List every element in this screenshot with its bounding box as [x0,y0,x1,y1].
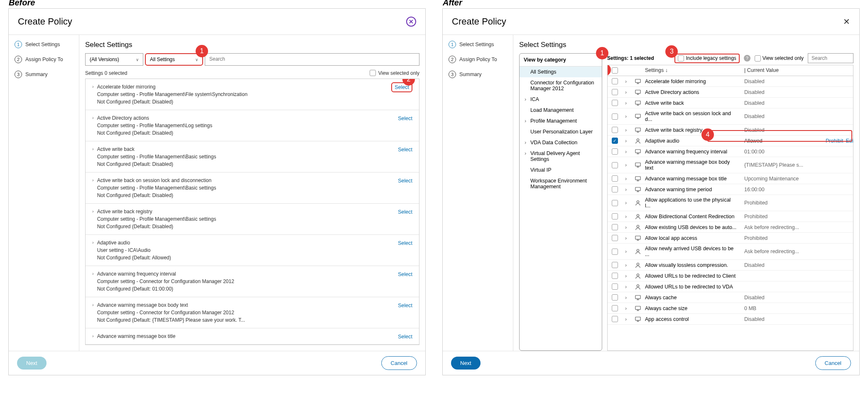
chevron-right-icon[interactable]: › [622,222,632,232]
table-row[interactable]: ›Always cache size0 MB [608,303,853,314]
category-item[interactable]: Workspace Environment Management [520,175,602,192]
close-icon[interactable]: ✕ [406,17,416,27]
table-row[interactable]: ›Advance warning frequency interval01:00… [608,146,853,157]
next-button[interactable]: Next [451,357,481,370]
chevron-right-icon[interactable]: › [622,98,632,108]
row-checkbox[interactable] [612,235,618,241]
cancel-button[interactable]: Cancel [381,356,417,370]
view-selected-only-toggle[interactable]: View selected only [370,70,419,76]
table-row[interactable]: ›Active write backDisabled [608,98,853,108]
search-input[interactable] [808,53,853,63]
chevron-right-icon[interactable]: › [622,111,632,121]
chevron-right-icon[interactable]: › [622,212,632,222]
step-assign[interactable]: 2Assign Policy To [15,56,73,63]
table-row[interactable]: ›Active write back registryDisabled [608,125,853,136]
table-row[interactable]: ›Allow applications to use the physical … [608,195,853,211]
select-button[interactable]: Select [398,271,412,277]
table-row[interactable]: ›Accelerate folder mirroringDisabled [608,76,853,87]
select-button[interactable]: Select [398,147,412,153]
table-row[interactable]: ›Allow local app accessProhibited [608,233,853,244]
step-summary[interactable]: 3Summary [15,71,73,78]
chevron-right-icon[interactable]: › [622,76,632,86]
select-button[interactable]: Select [398,303,412,308]
help-icon[interactable]: ? [744,55,750,62]
category-item[interactable]: Virtual Delivery Agent Settings [520,148,602,165]
row-checkbox[interactable] [612,200,618,206]
table-row[interactable]: ›Advance warning time period16:00:00 [608,184,853,195]
chevron-right-icon[interactable]: › [622,246,632,256]
table-row[interactable]: ›Allow visually lossless compression.Dis… [608,260,853,271]
row-checkbox[interactable] [612,162,618,168]
table-row[interactable]: ›Allowed URLs to be redirected to Client [608,271,853,281]
select-button[interactable]: Select [398,240,412,246]
table-row[interactable]: ›Advance warning message box titleUpcomi… [608,173,853,184]
chevron-right-icon[interactable]: › [622,185,632,195]
category-item[interactable]: ICA [520,94,602,105]
search-input[interactable] [205,53,419,66]
chevron-right-icon[interactable]: › [92,302,94,307]
chevron-right-icon[interactable]: › [622,314,632,324]
category-item[interactable]: Connector for Configuration Manager 2012 [520,77,602,94]
row-checkbox[interactable] [612,283,618,290]
chevron-right-icon[interactable]: › [92,177,94,182]
step-assign[interactable]: 2Assign Policy To [449,56,507,63]
chevron-right-icon[interactable]: › [622,87,632,97]
chevron-right-icon[interactable]: › [622,174,632,184]
chevron-right-icon[interactable]: › [622,271,632,281]
table-row[interactable]: ›Allow newly arrived USB devices to be .… [608,244,853,260]
col-settings[interactable]: Settings ↓ [642,65,741,76]
select-button[interactable]: Select [398,178,412,184]
row-checkbox[interactable] [612,89,618,95]
chevron-right-icon[interactable]: › [622,282,632,292]
edit-link[interactable]: Edit [846,138,853,144]
table-row[interactable]: ›Allow existing USB devices to be auto..… [608,222,853,233]
close-icon[interactable]: ✕ [843,17,850,27]
row-checkbox[interactable] [612,224,618,230]
category-item[interactable]: Virtual IP [520,165,602,175]
row-checkbox[interactable] [612,175,618,182]
table-row[interactable]: ›Allow Bidirectional Content Redirection… [608,211,853,222]
category-item[interactable]: VDA Data Collection [520,137,602,148]
chevron-right-icon[interactable]: › [622,293,632,303]
all-settings-select[interactable]: All Settings∨ 1 [145,53,203,66]
chevron-right-icon[interactable]: › [92,146,94,151]
chevron-right-icon[interactable]: › [622,260,632,270]
step-select-settings[interactable]: 1Select Settings [15,41,73,48]
row-checkbox[interactable] [612,113,618,120]
category-item[interactable]: User Personalization Layer [520,126,602,137]
chevron-right-icon[interactable]: › [622,198,632,208]
chevron-right-icon[interactable]: › [622,125,632,135]
view-selected-only-toggle[interactable]: View selected only [755,55,804,62]
row-checkbox[interactable] [612,249,618,255]
table-row[interactable]: ›Always cacheDisabled [608,292,853,303]
row-checkbox[interactable] [612,262,618,268]
table-row[interactable]: ›Active Directory actionsDisabled [608,87,853,98]
row-checkbox[interactable] [612,316,618,322]
table-row[interactable]: ›Advance warning message box body text{T… [608,157,853,173]
row-checkbox[interactable] [612,78,618,84]
chevron-right-icon[interactable]: › [622,303,632,313]
prohibit-link[interactable]: Prohibit [826,138,843,144]
row-checkbox[interactable] [612,294,618,301]
chevron-right-icon[interactable]: › [92,115,94,120]
category-item[interactable]: All Settings [520,67,602,77]
select-button[interactable]: Select [398,334,412,340]
table-row[interactable]: ›Allowed URLs to be redirected to VDA [608,281,853,292]
chevron-right-icon[interactable]: › [622,136,632,146]
row-checkbox[interactable] [612,186,618,192]
row-checkbox[interactable] [612,213,618,219]
chevron-right-icon[interactable]: › [92,271,94,276]
step-summary[interactable]: 3Summary [449,71,507,78]
step-select-settings[interactable]: 1Select Settings [449,41,507,48]
table-row[interactable]: ✓›Adaptive audioAllowedProhibitEdit [608,136,853,146]
cancel-button[interactable]: Cancel [815,356,851,370]
next-button[interactable]: Next [17,357,47,370]
chevron-right-icon[interactable]: › [92,84,94,89]
include-legacy-toggle[interactable]: 3 Include legacy settings [674,54,739,63]
chevron-right-icon[interactable]: › [92,240,94,245]
chevron-right-icon[interactable]: › [92,333,94,338]
chevron-right-icon[interactable]: › [622,233,632,243]
chevron-right-icon[interactable]: › [92,209,94,214]
row-checkbox[interactable] [612,273,618,279]
row-checkbox[interactable] [612,127,618,133]
